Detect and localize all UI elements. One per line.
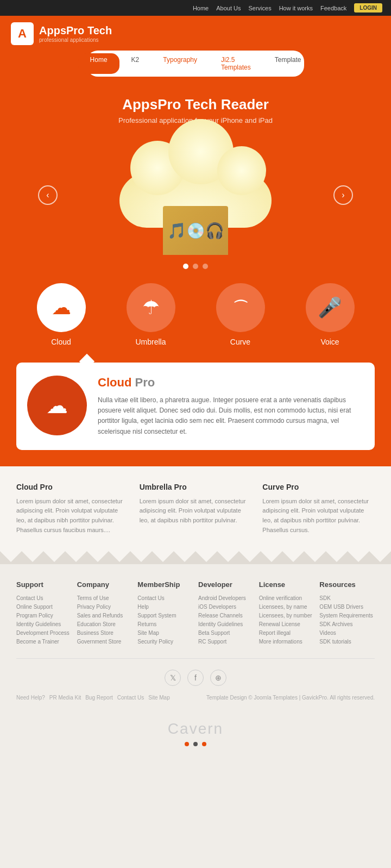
dot-1[interactable] [183, 264, 188, 269]
copyright-text: Template Design © Joomla Templates | Gav… [206, 695, 375, 701]
bottom-link-needhelp[interactable]: Need Help? [16, 695, 45, 701]
hero-section: AppsPro Tech Reader Professional applica… [0, 85, 391, 278]
top-nav-about[interactable]: About Us [216, 5, 241, 11]
footer-link[interactable]: SDK tutorials [319, 639, 375, 645]
bottom-link-prkit[interactable]: PR Media Kit [49, 695, 81, 701]
footer-link[interactable]: RC Support [198, 639, 254, 645]
footer-col-support: Support Contact Us Online Support Progra… [16, 580, 72, 647]
footer: Support Contact Us Online Support Progra… [0, 564, 391, 709]
footer-link[interactable]: Licensees, by name [259, 604, 314, 610]
footer-link[interactable]: Contact Us [137, 595, 193, 601]
footer-link[interactable]: Become a Trainer [16, 639, 72, 645]
info-section: ☁ Cloud Pro Nulla vitae elit libero, a p… [0, 363, 391, 466]
footer-link[interactable]: Business Store [77, 630, 133, 636]
curve-label: Curve [230, 338, 250, 346]
footer-link[interactable]: Support System [137, 613, 193, 619]
curve-icon: ⌒ [233, 297, 248, 318]
footer-link[interactable]: Returns [137, 621, 193, 627]
footer-link[interactable]: Identity Guidelines [198, 621, 254, 627]
footer-link[interactable]: Government Store [77, 639, 133, 645]
footer-link[interactable]: Online verification [259, 595, 314, 601]
slider-next-button[interactable]: › [333, 185, 353, 205]
footer-link[interactable]: OEM USB Drivers [319, 604, 375, 610]
dot-3[interactable] [203, 264, 208, 269]
top-nav-howitworks[interactable]: How it works [279, 5, 313, 11]
footer-developer-heading: Developer [198, 580, 254, 589]
footer-link[interactable]: Sales and Refunds [77, 613, 133, 619]
logo-title: AppsPro Tech [39, 24, 112, 37]
cloud-circle: ☁ [37, 283, 86, 332]
cavern-dot-3 [202, 742, 206, 746]
slider-prev-button[interactable]: ‹ [38, 185, 58, 205]
footer-col-membership: MemberShip Contact Us Help Support Syste… [137, 580, 193, 647]
footer-membership-heading: MemberShip [137, 580, 193, 589]
rss-icon[interactable]: ⊕ [210, 670, 226, 686]
subnav-template[interactable]: Template [263, 53, 313, 74]
feature-umbrella[interactable]: ☂ Umbrella [127, 283, 175, 346]
logo-area: A AppsPro Tech professional applications [11, 22, 380, 45]
footer-link[interactable]: Online Support [16, 604, 72, 610]
dot-2[interactable] [193, 264, 198, 269]
subnav-ji25[interactable]: Ji2.5 Templates [209, 53, 263, 74]
col-curve-body: Lorem ipsum dolor sit amet, consectetur … [262, 497, 375, 535]
footer-link[interactable]: Beta Support [198, 630, 254, 636]
footer-link[interactable]: Development Process [16, 630, 72, 636]
bottom-link-bugreport[interactable]: Bug Report [85, 695, 113, 701]
feature-voice[interactable]: 🎤 Voice [306, 283, 355, 346]
footer-link[interactable]: Terms of Use [77, 595, 133, 601]
bottom-link-contact[interactable]: Contact Us [117, 695, 144, 701]
footer-resources-heading: Resources [319, 580, 375, 589]
footer-link[interactable]: Renewal License [259, 621, 314, 627]
footer-link[interactable]: Help [137, 604, 193, 610]
footer-link[interactable]: Site Map [137, 630, 193, 636]
twitter-icon[interactable]: 𝕏 [165, 670, 181, 686]
logo-icon: A [11, 22, 34, 45]
footer-link[interactable]: System Requirements [319, 613, 375, 619]
top-nav-home[interactable]: Home [193, 5, 209, 11]
facebook-icon[interactable]: f [187, 670, 204, 686]
top-nav-services[interactable]: Services [248, 5, 271, 11]
hero-image: 🎵💿🎧 ‹ › [33, 135, 358, 255]
hero-title: AppsPro Tech Reader [33, 96, 358, 113]
footer-link[interactable]: Privacy Policy [77, 604, 133, 610]
subnav-k2[interactable]: K2 [119, 53, 152, 74]
three-cols-section: Cloud Pro Lorem ipsum dolor sit amet, co… [0, 466, 391, 551]
footer-license-heading: License [259, 580, 314, 589]
footer-link[interactable]: Licensees, by number [259, 613, 314, 619]
top-nav: Home About Us Services How it works Feed… [0, 0, 391, 16]
footer-link[interactable]: Identity Guidelines [16, 621, 72, 627]
footer-link[interactable]: SDK [319, 595, 375, 601]
subnav-typography[interactable]: Typography [151, 53, 209, 74]
feature-cloud[interactable]: ☁ Cloud [37, 283, 86, 346]
bottom-link-sitemap[interactable]: Site Map [148, 695, 169, 701]
login-button[interactable]: LOGIN [354, 3, 382, 13]
footer-link[interactable]: Android Developers [198, 595, 254, 601]
sub-nav: Home K2 Typography Ji2.5 Templates Templ… [87, 51, 304, 77]
footer-col-developer: Developer Android Developers iOS Develop… [198, 580, 254, 647]
subnav-home[interactable]: Home [78, 53, 119, 74]
footer-link[interactable]: SDK Archives [319, 621, 375, 627]
footer-link[interactable]: Release Channels [198, 613, 254, 619]
footer-link[interactable]: Program Policy [16, 613, 72, 619]
header: A AppsPro Tech professional applications… [0, 16, 391, 85]
cavern-dot-2 [193, 742, 198, 746]
feature-curve[interactable]: ⌒ Curve [216, 283, 265, 346]
info-title: Cloud Pro [98, 376, 362, 390]
info-title-gray: Pro [135, 376, 155, 389]
footer-link[interactable]: iOS Developers [198, 604, 254, 610]
logo-subtitle: professional applications [39, 37, 112, 43]
col-curve: Curve Pro Lorem ipsum dolor sit amet, co… [262, 483, 375, 535]
cavern-dot-1 [185, 742, 189, 746]
col-curve-title: Curve Pro [262, 483, 375, 491]
cavern-dots [0, 742, 391, 746]
footer-link[interactable]: Security Policy [137, 639, 193, 645]
col-cloud-body: Lorem ipsum dolor sit amet, consectetur … [16, 497, 129, 535]
footer-link[interactable]: Contact Us [16, 595, 72, 601]
footer-link[interactable]: Education Store [77, 621, 133, 627]
top-nav-feedback[interactable]: Feedback [320, 5, 346, 11]
footer-link[interactable]: More informations [259, 639, 314, 645]
footer-link[interactable]: Videos [319, 630, 375, 636]
footer-link[interactable]: Report illegal [259, 630, 314, 636]
umbrella-label: Umbrella [135, 338, 166, 346]
cloud-icon: ☁ [52, 296, 71, 319]
